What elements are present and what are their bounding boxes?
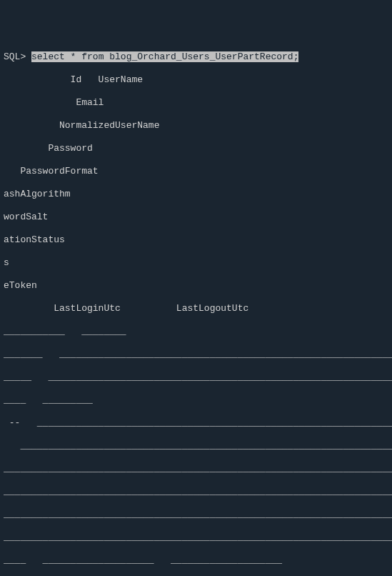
separator: _____ __________________________________… [4,372,388,383]
header-hash-algorithm: ashAlgorithm [4,189,388,200]
separator: ____ ____________________ ______________… [4,555,388,566]
separator: ________________________________________… [4,486,388,497]
header-email: Email [4,97,388,109]
separator: _______ ________________________________… [4,349,388,360]
header-word-salt: wordSalt [4,212,388,223]
sql-query: select * from blog_Orchard_Users_UserPar… [31,51,298,62]
header-id-username: Id UserName [4,74,388,86]
separator: ________________________________________… [4,440,388,452]
header-e-token: eToken [4,280,388,292]
header-s: s [4,257,388,269]
separator: ___________ ________ [4,326,388,337]
separator: ________________________________________… [4,532,388,543]
sql-prompt: SQL> [4,51,31,62]
separator: ________________________________________… [4,463,388,475]
separator: ________________________________________… [4,509,388,520]
header-normalized-username: NormalizedUserName [4,120,388,131]
separator: -- _____________________________________… [4,417,388,429]
separator: ____ _________ [4,394,388,406]
header-password-format: PasswordFormat [4,166,388,177]
header-password: Password [4,143,388,154]
header-ation-status: ationStatus [4,234,388,246]
header-last-login-logout: LastLoginUtc LastLogoutUtc [4,303,388,314]
